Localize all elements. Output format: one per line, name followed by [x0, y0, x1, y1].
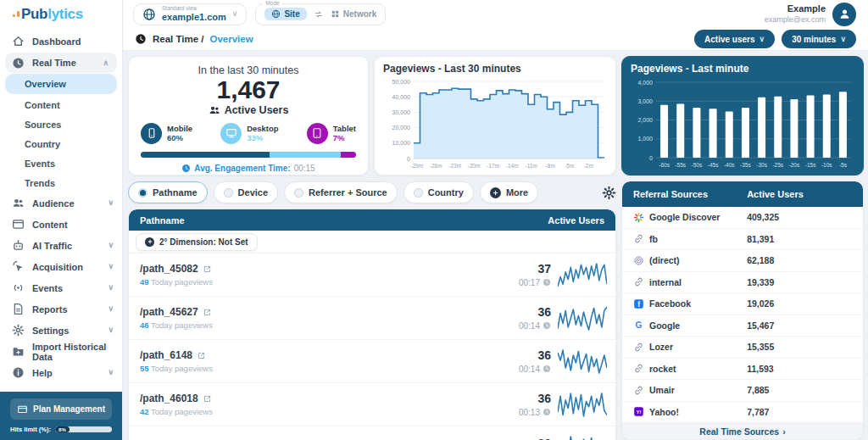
svg-text:-8m: -8m — [546, 163, 555, 169]
chip-country[interactable]: Country — [403, 181, 474, 203]
referral-row[interactable]: internal 19,339 — [622, 272, 863, 294]
sidebar-item-rt-sources[interactable]: Sources — [0, 114, 122, 134]
path-link[interactable]: /path_45627 — [140, 306, 213, 318]
sidebar-item-import-historical-data[interactable]: Import Historical Data — [0, 341, 122, 362]
analytics-dashboard: Publytics Dashboard Real Time ∧ Overview… — [0, 0, 868, 440]
sidebar-item-reports[interactable]: Reports∨ — [0, 298, 122, 320]
referral-sources-header: Referral Sources Active Users — [622, 181, 863, 207]
plan-management-button[interactable]: Plan Management — [10, 398, 112, 420]
sidebar-item-content[interactable]: Content — [0, 214, 122, 235]
table-settings-button[interactable] — [602, 186, 616, 200]
referral-row[interactable]: rocket 11,593 — [622, 359, 863, 381]
external-link-icon[interactable] — [203, 308, 212, 317]
svg-text:0: 0 — [649, 155, 653, 161]
row-engagement: 00:17 — [519, 277, 551, 288]
desktop-segment — [270, 152, 341, 158]
google-discover-icon — [633, 212, 644, 223]
robot-icon — [12, 239, 25, 252]
time-range-dropdown-button[interactable]: 30 minutes ∨ — [782, 30, 856, 48]
referral-row[interactable]: (direct) 62,188 — [622, 250, 863, 272]
site-selector[interactable]: Standard view example1.com ∨ — [133, 3, 247, 25]
path-link[interactable]: /path_6148 — [140, 349, 213, 361]
referral-row[interactable]: Lozer 15,355 — [622, 337, 863, 359]
home-icon — [12, 35, 25, 47]
referral-row[interactable]: Yahoo! 7,787 — [622, 402, 863, 424]
sidebar-item-ai-traffic[interactable]: AI Traffic∨ — [0, 235, 122, 256]
sidebar-item-settings[interactable]: Settings∨ — [0, 320, 122, 341]
table-row[interactable]: /path_6148 55 Today pageviews 36 00:14 — [129, 340, 615, 383]
breadcrumb-current[interactable]: Overview — [210, 34, 253, 44]
chip-device[interactable]: Device — [214, 181, 278, 203]
chevron-down-icon: ∨ — [108, 326, 114, 334]
referral-row[interactable]: Google Discover 409,325 — [622, 207, 863, 229]
chip-referrer-source[interactable]: Referrer + Source — [284, 181, 398, 203]
row-active-users: 37 — [519, 261, 551, 276]
table-row[interactable]: /path_46018 42 Today pageviews 36 00:13 — [129, 383, 615, 426]
svg-text:-30s: -30s — [756, 162, 767, 168]
breadcrumb: Real Time / Overview — [135, 33, 253, 45]
link-icon — [633, 363, 644, 374]
chevron-down-icon: ∨ — [232, 10, 238, 18]
svg-text:-20s: -20s — [789, 162, 800, 168]
globe-icon — [271, 9, 281, 19]
referral-row[interactable]: Google 15,467 — [622, 315, 863, 337]
sidebar-item-real-time[interactable]: Real Time ∧ — [5, 53, 117, 73]
avatar[interactable] — [832, 3, 856, 26]
second-dimension-chip[interactable]: 2° Dimension: Not Set — [136, 233, 258, 251]
external-link-icon[interactable] — [203, 265, 212, 274]
row-sparkline — [558, 260, 607, 289]
user-email: example@ex.com — [765, 15, 826, 25]
sidebar-item-rt-trends[interactable]: Trends — [0, 173, 122, 192]
sidebar-item-rt-events[interactable]: Events — [0, 153, 122, 173]
mobile-segment — [141, 152, 270, 158]
sidebar-item-overview[interactable]: Overview — [5, 74, 117, 94]
metric-dropdown-button[interactable]: Active users ∨ — [694, 30, 775, 48]
table-row[interactable]: /path_45082 49 Today pageviews 37 00:17 — [129, 253, 615, 297]
sidebar-item-help[interactable]: Help∨ — [0, 362, 122, 383]
sidebar-item-events[interactable]: Events∨ — [0, 277, 122, 298]
path-link[interactable]: /path_46018 — [140, 393, 213, 404]
referral-row[interactable]: Umair 7,885 — [622, 380, 863, 402]
chip-pathname[interactable]: Pathname — [128, 181, 208, 203]
sidebar-item-rt-country[interactable]: Country — [0, 134, 122, 153]
user-menu[interactable]: Example example@ex.com — [765, 3, 856, 26]
mode-network-tab[interactable]: Network — [331, 9, 376, 19]
referral-row[interactable]: Facebook 19,026 — [622, 293, 863, 315]
row-engagement: 00:14 — [519, 320, 551, 331]
chart-title: Pageviews - Last minute — [631, 63, 854, 75]
external-link-icon[interactable] — [197, 351, 206, 360]
svg-text:-2m: -2m — [584, 163, 593, 169]
pageviews-last-minute-chart: 01,0002,0003,0004,000-60s-55s-50s-45s-40… — [631, 77, 856, 170]
grid-icon — [331, 9, 340, 19]
chevron-down-icon: ∨ — [108, 284, 114, 292]
external-link-icon[interactable] — [203, 394, 212, 404]
sidebar-item-rt-content[interactable]: Content — [0, 95, 122, 114]
table-row[interactable]: /path_45627 46 Today pageviews 36 00:14 — [129, 297, 615, 340]
breadcrumb-section: Real Time / — [153, 34, 204, 44]
sidebar-item-audience[interactable]: Audience∨ — [0, 192, 122, 214]
referral-row[interactable]: fb 81,391 — [622, 229, 863, 251]
col-referral-sources: Referral Sources — [633, 189, 747, 199]
mode-site-tab[interactable]: Site — [264, 8, 306, 20]
real-time-sources-link[interactable]: Real Time Sources › — [622, 423, 863, 440]
chevron-right-icon: › — [782, 426, 786, 437]
row-engagement: 00:13 — [519, 407, 551, 418]
sidebar-item-acquisition[interactable]: Acquisition∨ — [0, 256, 122, 277]
table-row[interactable]: /path_41856 36 — [129, 426, 615, 440]
radio-icon — [414, 188, 423, 198]
chip-more[interactable]: More — [480, 181, 538, 203]
clock-icon — [12, 57, 25, 70]
chevron-down-icon: ∨ — [108, 263, 114, 270]
active-users-summary-card: In the last 30 minutes 1,467 Active User… — [128, 56, 369, 175]
gear-icon — [602, 186, 616, 200]
mode-toggle: Mode Site Network — [255, 3, 386, 25]
brand-name-bold: Pub — [21, 6, 47, 23]
svg-text:-25s: -25s — [772, 162, 783, 168]
phone-icon — [141, 123, 162, 144]
brand-logo[interactable]: Publytics — [0, 0, 122, 28]
yahoo-icon — [633, 406, 644, 417]
path-link[interactable]: /path_45082 — [140, 263, 213, 275]
svg-text:-14m: -14m — [506, 163, 519, 169]
google-icon — [633, 320, 644, 331]
sidebar-item-dashboard[interactable]: Dashboard — [0, 31, 122, 52]
